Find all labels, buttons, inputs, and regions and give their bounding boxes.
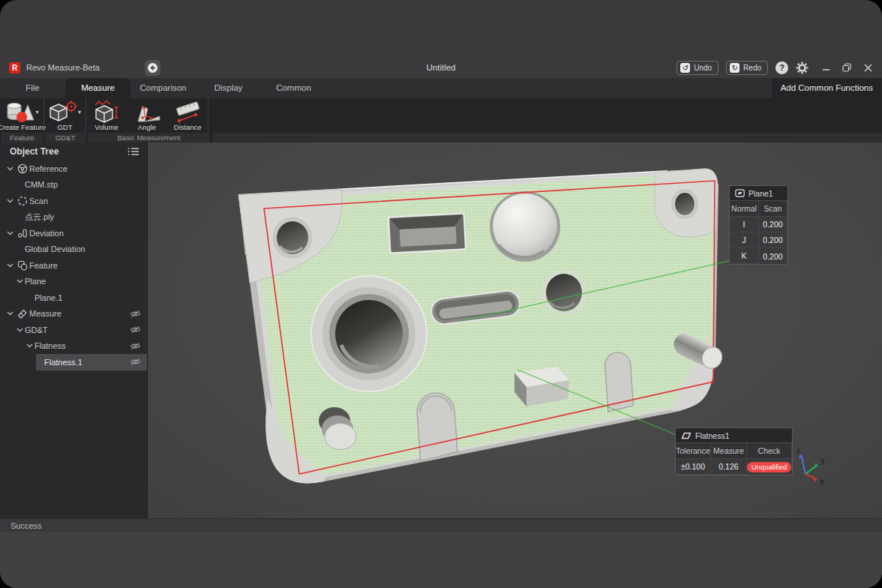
plane1-row-value: 0.200 <box>759 248 788 264</box>
tree-item-plane[interactable]: Plane <box>0 274 147 290</box>
tool-volume[interactable]: Volume <box>86 100 127 133</box>
tree-item-点云-ply[interactable]: 点云.ply <box>0 209 147 226</box>
measure-icon <box>15 308 29 319</box>
chevron-down-icon[interactable] <box>14 279 25 284</box>
deviation-icon <box>15 228 29 238</box>
plane1-measurement-panel[interactable]: Plane1 NormalScanI0.200J0.200K0.200 <box>729 185 788 265</box>
eye-off-icon[interactable] <box>130 326 141 334</box>
dropdown-arrow-icon[interactable]: ▾ <box>78 109 81 116</box>
tree-item-label: Flatness <box>34 341 66 350</box>
tree-item-deviation[interactable]: Deviation <box>0 225 147 242</box>
tree-item-label: 点云.ply <box>25 212 54 223</box>
ribbon-group-gd-t: ▾GDT <box>44 98 86 133</box>
chevron-down-icon[interactable] <box>24 344 34 348</box>
tool-label: Volume <box>94 123 118 131</box>
undo-icon: ↺ <box>680 63 690 73</box>
tree-item-gd-t[interactable]: GD&T <box>0 322 147 338</box>
tree-item-reference[interactable]: Reference <box>0 160 147 177</box>
tree-item-label: Deviation <box>29 229 64 238</box>
tree-item-label: GD&T <box>25 326 48 334</box>
flatness1-measurement-panel[interactable]: Flatness1 ToleranceMeasureCheck±0.1000.1… <box>675 428 793 476</box>
tree-item-scan[interactable]: Scan <box>0 193 147 209</box>
menu-tabs: FileMeasureComparisonDisplayCommon <box>0 78 326 98</box>
title-bar: R Revo Measure-Beta Untitled ↺ Undo ↻ Re… <box>0 57 882 78</box>
restore-button[interactable] <box>842 62 852 73</box>
tree-item-flatness-1[interactable]: Flatness.1 <box>0 354 147 370</box>
plane1-panel-title: Plane1 <box>748 189 773 198</box>
plane1-row-label: J <box>730 232 759 248</box>
orientation-axes-gizmo[interactable]: z y x <box>782 442 834 488</box>
reference-icon <box>15 164 29 174</box>
flatness-icon <box>681 432 692 440</box>
chevron-down-icon[interactable] <box>4 263 15 268</box>
undo-button[interactable]: ↺ Undo <box>676 61 718 75</box>
tab-comparison[interactable]: Comparison <box>130 78 196 98</box>
eye-off-icon[interactable] <box>130 342 141 350</box>
undo-label: Undo <box>694 64 712 72</box>
tool-angle[interactable]: Angle <box>127 100 167 133</box>
volume-icon <box>92 100 121 123</box>
tree-item-global-deviation[interactable]: Global Deviation <box>0 242 147 258</box>
home-button[interactable] <box>145 60 160 76</box>
settings-button[interactable] <box>796 62 808 74</box>
chevron-down-icon[interactable] <box>14 328 25 332</box>
status-bar: Success <box>0 518 882 532</box>
tree-item-label: Reference <box>29 164 68 173</box>
app-logo-icon: R <box>9 62 20 74</box>
plane-icon <box>735 189 745 197</box>
3d-viewport[interactable]: Plane1 NormalScanI0.200J0.200K0.200 Flat… <box>148 142 882 518</box>
tool-distance[interactable]: Distance <box>167 100 208 133</box>
list-options-icon <box>128 147 140 156</box>
add-common-functions-button[interactable]: Add Common Functions <box>772 78 882 98</box>
tool-create-feature[interactable]: ▾Create Feature <box>2 100 42 133</box>
minimize-button[interactable] <box>820 62 831 73</box>
plane1-row-value: 0.200 <box>759 217 788 232</box>
tree-item-label: CMM.stp <box>25 180 58 189</box>
tab-common[interactable]: Common <box>261 78 326 98</box>
flatness1-measure-value: 0.126 <box>711 459 747 475</box>
tree-options-button[interactable] <box>128 147 140 156</box>
object-tree-title: Object Tree <box>10 146 58 157</box>
eye-off-icon[interactable] <box>130 310 141 318</box>
tree-item-label: Flatness.1 <box>44 358 82 367</box>
chevron-down-icon[interactable] <box>4 199 15 203</box>
plane1-row-label: K <box>730 248 759 264</box>
close-button[interactable] <box>862 62 873 73</box>
create-feature-icon: ▾ <box>4 100 38 123</box>
redo-button[interactable]: ↻ Redo <box>726 61 768 75</box>
flatness1-col-header: Measure <box>711 443 747 459</box>
tree-item-label: Plane.1 <box>34 293 62 302</box>
ribbon-category-feature: Feature <box>2 133 43 142</box>
plane1-panel-header[interactable]: Plane1 <box>730 186 788 201</box>
dropdown-arrow-icon[interactable]: ▾ <box>35 109 38 116</box>
flatness1-table: ToleranceMeasureCheck±0.1000.126Unqualif… <box>676 443 792 475</box>
tree-item-flatness[interactable]: Flatness <box>0 338 147 355</box>
tree-item-cmm-stp[interactable]: CMM.stp <box>0 177 147 194</box>
tab-measure[interactable]: Measure <box>65 78 130 98</box>
tab-file[interactable]: File <box>0 78 65 98</box>
flatness1-col-header: Tolerance <box>676 443 711 459</box>
tree-item-label: Feature <box>29 261 58 270</box>
tree-item-feature[interactable]: Feature <box>0 257 147 274</box>
gear-icon <box>796 62 808 74</box>
tree-item-plane-1[interactable]: Plane.1 <box>0 290 147 306</box>
app-window: R Revo Measure-Beta Untitled ↺ Undo ↻ Re… <box>0 0 882 588</box>
chevron-down-icon[interactable] <box>4 231 15 236</box>
chevron-down-icon[interactable] <box>4 166 15 171</box>
tree-item-label: Scan <box>29 196 48 206</box>
tool-gdt[interactable]: ▾GDT <box>45 100 86 133</box>
feature-icon <box>15 260 29 271</box>
ribbon-category-basic-measurement: Basic Measurement <box>88 133 210 142</box>
category-row: FeatureGD&TBasic Measurement <box>0 133 882 142</box>
tree-item-measure[interactable]: Measure <box>0 306 147 322</box>
flatness1-tolerance-value: ±0.100 <box>676 459 711 475</box>
help-button[interactable]: ? <box>776 62 788 74</box>
flatness1-panel-header[interactable]: Flatness1 <box>676 428 792 443</box>
chevron-down-icon[interactable] <box>4 311 15 316</box>
redo-label: Redo <box>743 64 761 72</box>
ribbon-category-gd-t: GD&T <box>45 133 86 142</box>
tab-display[interactable]: Display <box>196 78 261 98</box>
plane1-col-header: Normal <box>730 201 759 217</box>
object-tree-sidebar: Object Tree ReferenceCMM.stpScan点云.plyDe… <box>0 142 148 518</box>
eye-off-icon[interactable] <box>130 358 141 366</box>
